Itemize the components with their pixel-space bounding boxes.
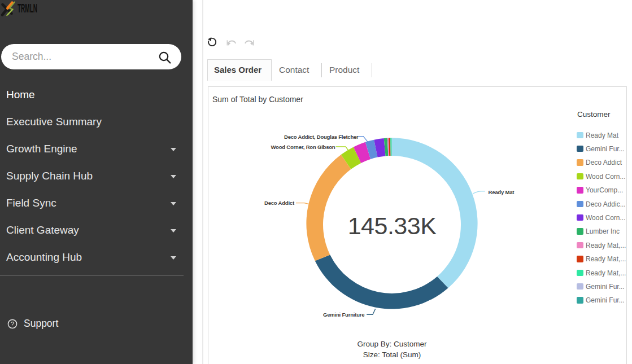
svg-text:?: ? — [11, 321, 14, 327]
svg-text:TRMLN: TRMLN — [18, 1, 37, 15]
